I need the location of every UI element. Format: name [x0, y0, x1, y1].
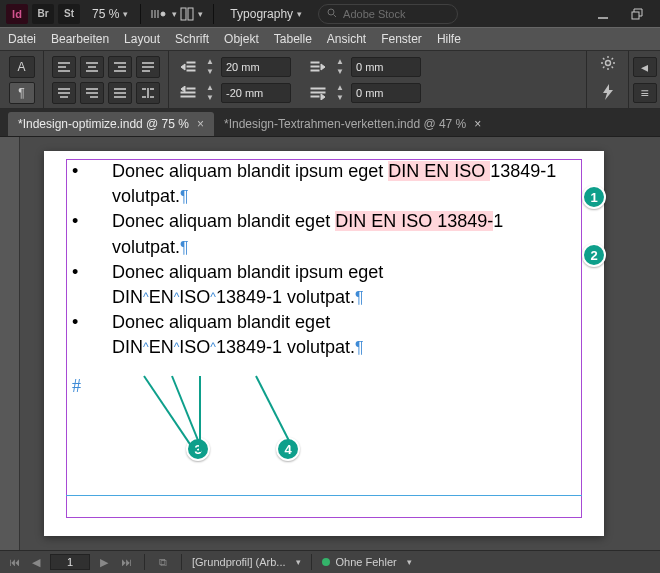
list-item: • Donec aliquam blandit eget DIN EN ISO … [66, 209, 582, 259]
stepper-up[interactable]: ▲ [205, 83, 215, 93]
tab-label: *Indesign-Textrahmen-verketten.indd @ 47… [224, 117, 466, 131]
menu-tabelle[interactable]: Tabelle [274, 32, 312, 46]
first-line-indent-field[interactable]: -20 mm [221, 83, 291, 103]
stepper-up[interactable]: ▲ [335, 57, 345, 67]
preflight-errors[interactable]: Ohne Fehler [336, 556, 397, 568]
window-minimize-button[interactable] [586, 1, 620, 27]
align-left-button[interactable] [52, 56, 76, 78]
para-mode-button[interactable]: ¶ [9, 82, 35, 104]
justify-center-button[interactable] [52, 82, 76, 104]
first-page-button[interactable]: ⏮ [6, 554, 22, 570]
gear-icon[interactable] [600, 55, 616, 75]
zoom-dropdown[interactable]: 75 % ▾ [92, 7, 128, 21]
svg-line-59 [603, 67, 604, 68]
stepper-down[interactable]: ▼ [335, 93, 345, 103]
baseline-guide [66, 495, 582, 496]
nbsp-icon: ^ [210, 340, 216, 354]
first-line-indent-icon [177, 82, 199, 104]
next-page-button[interactable]: ▶ [96, 554, 112, 570]
pilcrow-icon: ¶ [180, 239, 189, 256]
last-line-indent-field[interactable]: 0 mm [351, 83, 421, 103]
separator [213, 4, 214, 24]
stock-search[interactable]: Adobe Stock [318, 4, 458, 24]
panel-menu-icon[interactable]: ≡ [633, 83, 657, 103]
app-topbar: Id Br St 75 % ▾ ▾ ▾ Typography ▾ Adobe S… [0, 0, 660, 27]
menu-objekt[interactable]: Objekt [224, 32, 259, 46]
page-field[interactable]: 1 [50, 554, 90, 570]
svg-line-7 [334, 14, 337, 17]
justify-all-button[interactable] [108, 82, 132, 104]
prev-page-button[interactable]: ◀ [28, 554, 44, 570]
list-text: Donec aliquam blandit eget DIN^EN^ISO^13… [112, 310, 582, 360]
nbsp-icon: ^ [210, 290, 216, 304]
char-mode-button[interactable]: A [9, 56, 35, 78]
list-text: Donec aliquam blandit ipsum eget DIN^EN^… [112, 260, 582, 310]
menu-layout[interactable]: Layout [124, 32, 160, 46]
align-right-button[interactable] [108, 56, 132, 78]
nbsp-icon: ^ [143, 290, 149, 304]
left-indent-field[interactable]: 20 mm [221, 57, 291, 77]
page-viewport[interactable]: • Donec aliquam blandit ipsum eget DIN E… [20, 137, 660, 550]
main-menubar: Datei Bearbeiten Layout Schrift Objekt T… [0, 27, 660, 51]
nbsp-icon: ^ [174, 340, 180, 354]
last-page-button[interactable]: ⏭ [118, 554, 134, 570]
bridge-button[interactable]: Br [32, 4, 54, 24]
menu-ansicht[interactable]: Ansicht [327, 32, 366, 46]
chevron-down-icon: ▾ [172, 9, 177, 19]
svg-marker-47 [321, 64, 325, 70]
tab-indesign-optimize[interactable]: *Indesign-optimize.indd @ 75 % × [8, 112, 214, 136]
stepper-down[interactable]: ▼ [205, 67, 215, 77]
tab-textrahmen-verketten[interactable]: *Indesign-Textrahmen-verketten.indd @ 47… [214, 112, 491, 136]
panel-expand-icon[interactable]: ◂ [633, 57, 657, 77]
chevron-down-icon: ▾ [297, 9, 302, 19]
svg-marker-51 [321, 94, 325, 100]
chevron-down-icon: ▾ [123, 9, 128, 19]
preflight-profile[interactable]: [Grundprofil] (Arb... [192, 556, 286, 568]
svg-rect-40 [187, 88, 195, 89]
bullet-icon: • [66, 209, 112, 259]
bullet-icon: • [66, 310, 112, 360]
open-panel-button[interactable]: ⧉ [155, 554, 171, 570]
right-indent-field[interactable]: 0 mm [351, 57, 421, 77]
justify-right-button[interactable] [80, 82, 104, 104]
vertical-ruler[interactable] [0, 137, 20, 550]
quick-apply-icon[interactable] [601, 84, 615, 104]
menu-fenster[interactable]: Fenster [381, 32, 422, 46]
close-icon[interactable]: × [197, 117, 204, 131]
menu-hilfe[interactable]: Hilfe [437, 32, 461, 46]
stepper-up[interactable]: ▲ [205, 57, 215, 67]
svg-line-60 [611, 58, 612, 59]
window-restore-button[interactable] [620, 1, 654, 27]
callout-1: 1 [582, 185, 606, 209]
svg-line-58 [611, 67, 612, 68]
align-spine-button[interactable] [136, 82, 160, 104]
view-options-button[interactable]: ▾ [149, 4, 177, 24]
pilcrow-icon: ¶ [180, 188, 189, 205]
workspace-label: Typography [230, 7, 293, 21]
svg-rect-41 [181, 92, 195, 93]
stepper-down[interactable]: ▼ [205, 93, 215, 103]
callout-2: 2 [582, 243, 606, 267]
svg-marker-61 [603, 84, 613, 100]
svg-rect-42 [181, 96, 195, 97]
highlight: DIN EN ISO 13849- [335, 211, 493, 231]
svg-rect-44 [311, 62, 319, 63]
status-bar: ⏮ ◀ 1 ▶ ⏭ ⧉ [Grundprofil] (Arb... ▾ Ohne… [0, 550, 660, 573]
document-area: • Donec aliquam blandit ipsum eget DIN E… [0, 137, 660, 550]
svg-line-57 [603, 58, 604, 59]
workspace-dropdown[interactable]: Typography ▾ [230, 7, 302, 21]
align-justify-button[interactable] [136, 56, 160, 78]
menu-bearbeiten[interactable]: Bearbeiten [51, 32, 109, 46]
close-icon[interactable]: × [474, 117, 481, 131]
align-center-button[interactable] [80, 56, 104, 78]
svg-rect-5 [188, 8, 193, 20]
text-frame[interactable]: • Donec aliquam blandit ipsum eget DIN E… [66, 159, 582, 361]
menu-datei[interactable]: Datei [8, 32, 36, 46]
arrange-button[interactable]: ▾ [177, 4, 205, 24]
stock-button[interactable]: St [58, 4, 80, 24]
stepper-up[interactable]: ▲ [335, 83, 345, 93]
menu-schrift[interactable]: Schrift [175, 32, 209, 46]
stepper-down[interactable]: ▼ [335, 67, 345, 77]
svg-rect-37 [187, 66, 195, 67]
svg-rect-45 [311, 66, 319, 67]
